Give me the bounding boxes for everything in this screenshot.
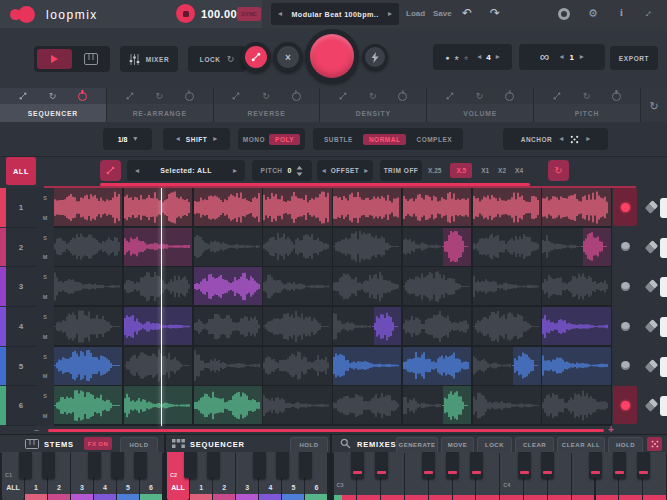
black-key[interactable] (42, 452, 55, 478)
eraser-icon[interactable] (645, 279, 658, 292)
grid-cell[interactable] (473, 188, 541, 226)
remix-move-button[interactable]: MOVE (441, 437, 474, 453)
main-pad-button[interactable] (310, 34, 354, 78)
grid-cell[interactable] (403, 307, 471, 345)
record-button[interactable] (613, 267, 637, 305)
rate-dropdown[interactable]: 1/8 ▾ (103, 128, 152, 150)
eraser-icon[interactable] (645, 240, 658, 253)
grid-cell[interactable] (542, 307, 610, 345)
mute-button[interactable]: M (36, 212, 54, 224)
black-key[interactable] (134, 452, 147, 478)
preset-prev-icon[interactable]: ◂ (278, 10, 282, 18)
remix-hold-button[interactable]: HOLD (608, 437, 643, 453)
grid-cell[interactable] (542, 347, 610, 385)
stems-hold-button[interactable]: HOLD (120, 437, 158, 453)
record-button[interactable] (613, 386, 637, 424)
tab-re-arrange[interactable]: ↻RE-ARRANGE (107, 88, 214, 122)
remix-lock-button[interactable]: LOCK (477, 437, 512, 453)
shift-left-icon[interactable]: ◂ (176, 135, 180, 143)
mono-button[interactable]: MONO (243, 136, 265, 143)
export-button[interactable]: EXPORT (610, 46, 658, 70)
grid-cell[interactable] (403, 347, 471, 385)
grid-cell[interactable] (54, 307, 122, 345)
grid-cell[interactable] (473, 228, 541, 266)
solo-button[interactable]: S (36, 232, 54, 244)
solo-button[interactable]: S (36, 390, 54, 402)
random-knob[interactable] (245, 46, 267, 68)
black-key[interactable] (299, 452, 312, 478)
grid-cell[interactable] (403, 228, 471, 266)
black-key[interactable] (19, 452, 32, 478)
black-key[interactable] (184, 452, 197, 478)
refresh-icon[interactable]: ↻ (369, 91, 377, 101)
grid-cell[interactable] (194, 347, 262, 385)
playhead[interactable] (161, 188, 163, 426)
black-key[interactable] (637, 452, 650, 478)
grid-cell[interactable] (124, 307, 192, 345)
mode-dot-icon[interactable]: ● (445, 54, 449, 61)
black-key[interactable] (446, 452, 459, 478)
speed-button-x4[interactable]: X4 (515, 167, 523, 174)
record-icon[interactable] (558, 8, 570, 20)
grid-cell[interactable] (473, 386, 541, 424)
gear-icon[interactable]: ⚙ (588, 7, 598, 20)
black-key[interactable] (541, 452, 554, 478)
record-button[interactable] (613, 188, 637, 226)
row-slider-handle[interactable] (660, 198, 667, 218)
grid-cell[interactable] (54, 267, 122, 305)
grid-cell[interactable] (54, 347, 122, 385)
grid-cell[interactable] (54, 188, 122, 226)
row-slider-handle[interactable] (660, 238, 667, 258)
tab-pitch[interactable]: ↻PITCH (534, 88, 641, 122)
selection-random-button[interactable] (100, 160, 121, 181)
power-icon[interactable] (292, 92, 301, 101)
save-button[interactable]: Save (433, 9, 452, 18)
preset-next-icon[interactable]: ▸ (388, 10, 392, 18)
grid-cell[interactable] (333, 188, 401, 226)
offset-next-icon[interactable]: ▸ (364, 167, 368, 175)
eraser-icon[interactable] (645, 319, 658, 332)
random-icon[interactable] (126, 92, 134, 100)
record-button[interactable] (613, 307, 637, 345)
selected-prev-icon[interactable]: ◂ (135, 167, 139, 175)
tab-sequencer[interactable]: ↻SEQUENCER (0, 88, 107, 122)
refresh-icon[interactable]: ↻ (476, 91, 484, 101)
solo-button[interactable]: S (36, 311, 54, 323)
black-key[interactable] (375, 452, 388, 478)
mixer-button[interactable]: MIXER (120, 46, 178, 72)
eraser-icon[interactable] (645, 359, 658, 372)
black-key[interactable] (351, 452, 364, 478)
shift-right-icon[interactable]: ▸ (213, 135, 217, 143)
mute-button[interactable]: M (36, 251, 54, 263)
loop-next-icon[interactable]: ▸ (580, 53, 584, 61)
grid-cell[interactable] (542, 267, 610, 305)
random-icon[interactable] (553, 92, 561, 100)
refresh-icon[interactable]: ↻ (155, 91, 163, 101)
remix-clear-all-button[interactable]: CLEAR ALL (557, 437, 605, 453)
random-icon[interactable] (19, 92, 27, 100)
complex-button[interactable]: COMPLEX (416, 136, 452, 143)
power-icon[interactable] (398, 92, 407, 101)
grid-cell[interactable] (263, 267, 331, 305)
grid-cell[interactable] (194, 188, 262, 226)
dice-icon[interactable] (570, 135, 579, 144)
snowflake-dim-icon[interactable]: * (464, 58, 468, 62)
row-slider-handle[interactable] (660, 317, 667, 337)
speed-button-x.25[interactable]: X.25 (428, 167, 441, 174)
normal-button[interactable]: NORMAL (363, 134, 407, 145)
lock-button[interactable]: LOCK ↻ (188, 46, 246, 72)
stop-button[interactable] (176, 4, 195, 23)
remix-generate-button[interactable]: GENERATE (396, 437, 438, 453)
mute-button[interactable]: M (36, 291, 54, 303)
select-all-button[interactable]: ALL (6, 157, 36, 185)
mute-button[interactable]: M (36, 331, 54, 343)
tab-volume[interactable]: ↻VOLUME (427, 88, 534, 122)
power-icon[interactable] (185, 92, 194, 101)
grid-cell[interactable] (194, 307, 262, 345)
grid-cell[interactable] (473, 347, 541, 385)
anchor-prev-icon[interactable]: ◂ (559, 135, 563, 143)
refresh-icon[interactable]: ↻ (262, 91, 270, 101)
grid-cell[interactable] (194, 228, 262, 266)
speed-button-x.5[interactable]: X.5 (450, 163, 472, 178)
grid-cell[interactable] (124, 188, 192, 226)
